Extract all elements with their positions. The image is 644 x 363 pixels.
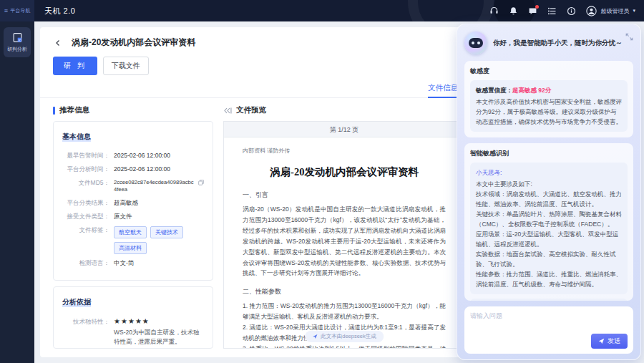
copy-icon[interactable] bbox=[198, 180, 204, 185]
back-button[interactable] bbox=[53, 38, 63, 48]
sensitivity-title: 敏感度 bbox=[470, 67, 628, 76]
tag-high-temp[interactable]: 高温材料 bbox=[114, 242, 147, 254]
analysis-doc-icon bbox=[12, 32, 23, 43]
top-navbar: ≡ 平台导航 天机 2.0 超级管理员 ▾ bbox=[0, 0, 644, 21]
left-sidebar: 研判分析 bbox=[0, 21, 34, 363]
panel-collapse-icon[interactable] bbox=[625, 31, 633, 44]
thinking-line: 技术领域：涡扇发动机、大涵道比、航空发动机、推力性能、燃油效率、涡轮前温度、压气… bbox=[476, 189, 622, 209]
robot-face-icon bbox=[469, 38, 483, 48]
send-button[interactable]: 发送 bbox=[591, 334, 628, 349]
sensitivity-body: 本文件涉及高价值技术机密与国家安全利益，敏感度评分为92分，属于极高敏感等级。建… bbox=[476, 97, 622, 127]
info-row-file-type: 接受文件类型： 原文件 bbox=[62, 213, 204, 221]
analysis-basis-title: 分析依据 bbox=[62, 297, 91, 307]
assistant-greeting: 你好，我是智能助手小天，随时为你分忧～ bbox=[493, 39, 623, 48]
thinking-line: 应用场景：运-20大型运输机、大型客机、双发中型运输机、远程反潜巡逻机。 bbox=[476, 229, 622, 249]
md5-value: 2ccee082c87e4ecdea40989acbc4feea bbox=[114, 179, 196, 194]
navbar-decor-ring bbox=[408, 0, 494, 21]
thinking-line: 性能参数：推力范围、涵道比、推重比、燃油消耗率、涡轮前温度、压气机级数、寿命与维… bbox=[476, 269, 622, 289]
chevron-down-icon: ▾ bbox=[633, 8, 635, 14]
ai-badge-icon bbox=[312, 334, 318, 339]
doc-title: 涡扇-20发动机内部会议评审资料 bbox=[243, 163, 446, 181]
sidebar-item-analysis[interactable]: 研判分析 bbox=[4, 27, 31, 57]
row-label: 文件标签： bbox=[62, 226, 109, 254]
preview-panel-title: 文件预览 bbox=[223, 105, 465, 115]
ai-generated-text: 此文本由deepseek生成 bbox=[321, 333, 376, 340]
avatar bbox=[586, 6, 597, 16]
thinking-line: 关键技术：单晶涡轮叶片、热障涂层、陶瓷基复合材料（CMC）、全权限数字电子控制系… bbox=[476, 209, 622, 229]
info-row-analysis-time: 平台分析时间： 2025-02-06 12:00:00 bbox=[62, 165, 204, 174]
send-plane-icon bbox=[598, 338, 605, 344]
doc-line: 3. 推重比：WS-20的推重比达到6.5以上，优于同级别的国际同类产品，确保了… bbox=[243, 344, 446, 349]
assistant-header: 你好，我是智能助手小天，随时为你分忧～ bbox=[464, 32, 633, 54]
row-label: 文件MD5： bbox=[62, 179, 109, 194]
page-title: 涡扇-20发动机内部会议评审资料 bbox=[72, 37, 195, 49]
analysis-item-uniqueness: 技术独特性： ★★★★★ WS-20为中国自主研发，技术独特性高，泄露后果严重。 bbox=[62, 318, 204, 347]
navbar-actions: 超级管理员 ▾ bbox=[489, 6, 644, 16]
app-title: 天机 2.0 bbox=[44, 6, 75, 16]
row-value: 原文件 bbox=[114, 213, 132, 221]
tag-list: 航空航天 关键技术 高温材料 bbox=[114, 226, 204, 254]
tab-file-info[interactable]: 文件信息 bbox=[428, 83, 458, 98]
row-label: 检测语言： bbox=[62, 259, 109, 268]
hamburger-icon: ≡ bbox=[4, 8, 8, 14]
doc-paragraph: 涡扇-20（WS-20）发动机是中国自主研发的一款大涵道比涡扇发动机，推力范围为… bbox=[243, 204, 446, 279]
assistant-avatar bbox=[464, 32, 487, 54]
message-badge bbox=[535, 5, 539, 9]
doc-heading-2: 二、性能参数 bbox=[243, 286, 446, 298]
support-headset-icon[interactable] bbox=[489, 6, 499, 16]
thinking-box: 小天思考: 本文中主要涉及如下: 技术领域：涡扇发动机、大涵道比、航空发动机、推… bbox=[470, 163, 628, 294]
tag-aerospace[interactable]: 航空航天 bbox=[114, 226, 147, 238]
row-value: 2025-02-06 12:00:00 bbox=[114, 165, 170, 174]
star-rating: ★★★★★ bbox=[114, 317, 150, 325]
basic-info-card: 基本信息 最早告警时间： 2025-02-06 12:00:00 平台分析时间：… bbox=[53, 121, 213, 281]
chat-input-card: 发送 bbox=[464, 306, 633, 354]
classification-value: 超高敏感 bbox=[114, 199, 138, 208]
info-row-language: 检测语言： 中文-简 bbox=[62, 259, 204, 268]
message-icon[interactable] bbox=[528, 6, 537, 16]
recommend-title-text: 推荐信息 bbox=[59, 105, 89, 115]
notification-bell-icon[interactable] bbox=[509, 6, 518, 16]
basic-info-title: 基本信息 bbox=[62, 132, 91, 142]
recognition-card: 智能敏感识别 小天思考: 本文中主要涉及如下: 技术领域：涡扇发动机、大涵道比、… bbox=[464, 143, 633, 301]
page-indicator: 第 1/12 页 bbox=[224, 122, 464, 137]
download-file-button[interactable]: 下载文件 bbox=[103, 57, 149, 75]
username: 超级管理员 bbox=[600, 7, 629, 15]
preview-title-text: 文件预览 bbox=[236, 105, 266, 115]
row-value: 中文-简 bbox=[114, 259, 134, 268]
sensitivity-card: 敏感度 敏感置信度：超高敏感 92分 本文件涉及高价值技术机密与国家安全利益，敏… bbox=[464, 61, 633, 137]
info-row-tags: 文件标签： 航空航天 关键技术 高温材料 bbox=[62, 226, 204, 254]
info-row-alarm-time: 最早告警时间： 2025-02-06 12:00:00 bbox=[62, 152, 204, 160]
item-label: 技术独特性： bbox=[62, 318, 109, 347]
thinking-line: 实验数据：地面台架试验、高空模拟实验、耐久性试验、飞行试验。 bbox=[476, 249, 622, 269]
doc-confidential-notice: 内部资料 谨防外传 bbox=[243, 146, 446, 156]
platform-nav-label: 平台导航 bbox=[10, 7, 30, 14]
doc-heading-1: 一、引言 bbox=[243, 190, 446, 201]
row-label: 接受文件类型： bbox=[62, 213, 109, 221]
send-label: 发送 bbox=[608, 337, 620, 346]
info-row-md5: 文件MD5： 2ccee082c87e4ecdea40989acbc4feea bbox=[62, 179, 204, 194]
analysis-basis-card: 分析依据 技术独特性： ★★★★★ WS-20为中国自主研发，技术独特性高，泄露… bbox=[53, 286, 213, 349]
recommend-panel: 推荐信息 基本信息 最早告警时间： 2025-02-06 12:00:00 平台… bbox=[53, 105, 213, 349]
tag-key-tech[interactable]: 关键技术 bbox=[150, 226, 183, 238]
recommend-panel-title: 推荐信息 bbox=[53, 105, 213, 115]
doc-line: 1. 推力范围：WS-20发动机的推力范围为13000至16000千克力（kgf… bbox=[243, 301, 446, 322]
ai-assistant-panel: 你好，我是智能助手小天，随时为你分忧～ 敏感度 敏感置信度：超高敏感 92分 本… bbox=[457, 24, 641, 360]
task-list-icon[interactable] bbox=[547, 6, 557, 16]
info-circle-icon[interactable] bbox=[567, 6, 576, 16]
confidence-label: 敏感置信度： bbox=[476, 87, 512, 94]
info-row-classification: 平台分类结果： 超高敏感 bbox=[62, 199, 204, 208]
row-label: 最早告警时间： bbox=[62, 152, 109, 160]
row-label: 平台分析时间： bbox=[62, 165, 109, 174]
chat-input[interactable] bbox=[470, 311, 628, 336]
row-value: 2025-02-06 12:00:00 bbox=[114, 152, 170, 160]
collapse-panel-icon[interactable] bbox=[223, 107, 232, 115]
confidence-value: 超高敏感 92分 bbox=[512, 87, 551, 94]
platform-nav-button[interactable]: ≡ 平台导航 bbox=[0, 0, 34, 21]
thinking-label: 小天思考: bbox=[476, 168, 622, 178]
judge-button[interactable]: 研 判 bbox=[53, 57, 97, 75]
user-menu[interactable]: 超级管理员 ▾ bbox=[586, 6, 635, 16]
item-desc: WS-20为中国自主研发，技术独特性高，泄露后果严重。 bbox=[114, 328, 204, 347]
document-page: 第 1/12 页 内部资料 谨防外传 涡扇-20发动机内部会议评审资料 一、引言… bbox=[223, 121, 465, 349]
title-marker bbox=[53, 107, 55, 115]
document-body[interactable]: 内部资料 谨防外传 涡扇-20发动机内部会议评审资料 一、引言 涡扇-20（WS… bbox=[224, 137, 464, 348]
